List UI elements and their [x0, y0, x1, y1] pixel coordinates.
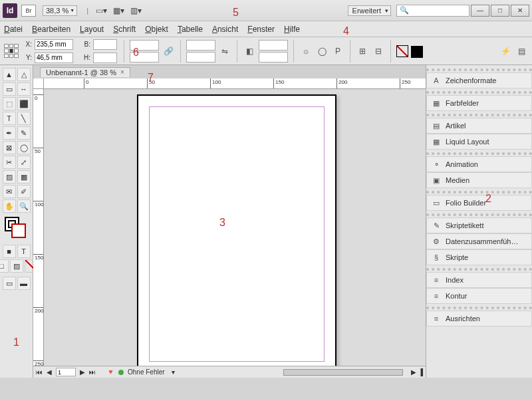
page-number-input[interactable] — [56, 368, 76, 376]
zoom-dropdown[interactable]: 38,3 % — [43, 5, 77, 16]
line-tool[interactable]: ╲ — [17, 112, 31, 125]
scale-x-input[interactable] — [130, 40, 159, 51]
last-page-button[interactable]: ⏭ — [89, 368, 96, 376]
normal-view-button[interactable]: ▭ — [3, 277, 16, 290]
formatting-text-button[interactable]: T — [17, 245, 31, 258]
gradient-feather-tool[interactable]: ▩ — [17, 170, 31, 184]
screen-mode-icon[interactable]: ▭▾ — [92, 4, 110, 17]
stroke-style-input[interactable] — [259, 52, 288, 63]
effects-icon[interactable]: ☼ — [299, 45, 313, 58]
note-tool[interactable]: ✉ — [3, 185, 16, 198]
corner-icon[interactable]: P — [331, 45, 344, 58]
direct-selection-tool[interactable]: △ — [17, 68, 31, 81]
rotate-input[interactable] — [186, 40, 215, 51]
gradient-swatch-tool[interactable]: ▨ — [3, 170, 16, 184]
eyedropper-tool[interactable]: ✐ — [17, 185, 31, 198]
solid-fill-icon[interactable] — [411, 46, 423, 58]
menu-bearbeiten[interactable]: Bearbeiten — [32, 25, 70, 34]
prev-page-button[interactable]: ◀ — [47, 368, 52, 376]
panel-skripte[interactable]: §Skripte — [426, 249, 532, 265]
panel-artikel[interactable]: ▤Artikel — [426, 118, 532, 134]
apply-color-button[interactable]: ■ — [3, 245, 16, 258]
workspace-dropdown[interactable]: Erweitert — [348, 5, 391, 16]
scale-y-input[interactable] — [130, 52, 159, 63]
content-placer-tool[interactable]: ⬛ — [17, 97, 31, 110]
margin-guides — [149, 106, 325, 362]
panel-icon: ≡ — [431, 275, 442, 285]
selection-tool[interactable]: ▲ — [3, 68, 16, 81]
gap-tool[interactable]: ↔ — [17, 82, 31, 96]
page-tool[interactable]: ▭ — [3, 82, 16, 96]
view-options-icon[interactable]: ▥▾ — [127, 4, 144, 17]
menu-ansicht[interactable]: Ansicht — [212, 25, 238, 34]
stroke-weight-input[interactable] — [259, 40, 288, 51]
rectangle-frame-tool[interactable]: ⊠ — [3, 141, 16, 154]
shear-input[interactable] — [186, 52, 215, 63]
minimize-button[interactable]: — — [471, 5, 489, 17]
panel-datenzusammenf-h-[interactable]: ⚙Datenzusammenfüh… — [426, 233, 532, 249]
zoom-tool[interactable]: 🔍 — [17, 200, 31, 213]
doc-tab[interactable]: Unbenannt-1 @ 38 % × — [40, 67, 130, 77]
bridge-button[interactable]: Br — [21, 5, 36, 17]
menu-hilfe[interactable]: Hilfe — [284, 25, 300, 34]
menu-fenster[interactable]: Fenster — [247, 25, 275, 34]
panel-ausrichten[interactable]: ≡Ausrichten — [426, 311, 532, 327]
h-input[interactable] — [93, 53, 117, 63]
menu-datei[interactable]: Datei — [4, 25, 23, 34]
ruler-vertical[interactable]: 050100150200250 — [33, 89, 44, 366]
w-input[interactable] — [93, 39, 117, 50]
panel-icon: § — [431, 252, 442, 263]
panel-folio-builder[interactable]: ▭Folio Builder — [426, 195, 532, 211]
maximize-button[interactable]: □ — [491, 5, 509, 17]
ruler-horizontal[interactable]: 050100150200250 — [44, 78, 426, 89]
wrap-icon[interactable]: ◯ — [315, 45, 329, 58]
hand-tool[interactable]: ✋ — [3, 200, 16, 213]
x-input[interactable] — [35, 39, 73, 50]
first-page-button[interactable]: ⏮ — [36, 368, 43, 376]
scrollbar-h[interactable] — [283, 369, 403, 376]
next-page-button[interactable]: ▶ — [80, 368, 85, 376]
align-icon[interactable]: ⊞ — [356, 45, 369, 58]
fill-stroke-swatch[interactable] — [5, 217, 29, 241]
distribute-icon[interactable]: ⊟ — [372, 45, 385, 58]
transform-tool[interactable]: ⤢ — [17, 156, 31, 169]
ellipse-tool[interactable]: ◯ — [17, 141, 31, 154]
menu-layout[interactable]: Layout — [80, 25, 104, 34]
ruler-origin[interactable] — [33, 78, 44, 89]
panel-skriptetikett[interactable]: ✎Skriptetikett — [426, 217, 532, 233]
menu-schrift[interactable]: Schrift — [113, 25, 136, 34]
panel-menu-icon[interactable]: ▤ — [515, 45, 528, 58]
link-scale-icon[interactable]: 🔗 — [162, 45, 175, 58]
close-button[interactable]: ✕ — [511, 5, 529, 17]
type-tool[interactable]: T — [3, 112, 16, 125]
panel-farbfelder[interactable]: ▦Farbfelder — [426, 95, 532, 111]
pen-tool[interactable]: ✒ — [3, 126, 16, 140]
apply-gradient-button[interactable]: ▨ — [10, 259, 23, 273]
panel-kontur[interactable]: ≡Kontur — [426, 288, 532, 304]
preflight-status-icon[interactable] — [118, 370, 124, 375]
preview-button[interactable]: ▬ — [17, 277, 31, 290]
panel-index[interactable]: ≡Index — [426, 272, 532, 288]
y-input[interactable] — [35, 53, 73, 63]
search-input[interactable]: 🔍 — [396, 5, 469, 17]
panel-zeichenformate[interactable]: AZeichenformate — [426, 72, 532, 88]
menu-objekt[interactable]: Objekt — [145, 25, 168, 34]
panel-liquid-layout[interactable]: ▦Liquid Layout — [426, 134, 532, 150]
fill-swatch-icon[interactable]: ◧ — [243, 45, 256, 58]
arrange-docs-icon[interactable]: ▦▾ — [110, 4, 127, 17]
quick-apply-icon[interactable]: ⚡ — [499, 45, 512, 58]
panel-animation[interactable]: ⚬Animation — [426, 156, 532, 172]
app-logo-id: Id — [3, 3, 17, 18]
flip-h-icon[interactable]: ⇋ — [218, 45, 231, 58]
doc-tab-close[interactable]: × — [120, 68, 124, 76]
panel-medien[interactable]: ▣Medien — [426, 172, 532, 188]
canvas[interactable] — [44, 89, 426, 366]
apply-none-button[interactable]: □ — [0, 259, 9, 273]
menu-tabelle[interactable]: Tabelle — [178, 25, 203, 34]
reference-point[interactable] — [4, 44, 19, 59]
pencil-tool[interactable]: ✎ — [17, 126, 31, 140]
page[interactable] — [137, 94, 336, 366]
no-fill-icon[interactable] — [396, 45, 408, 57]
scissors-tool[interactable]: ✂ — [3, 156, 16, 169]
content-collector-tool[interactable]: ⬚ — [3, 97, 16, 110]
